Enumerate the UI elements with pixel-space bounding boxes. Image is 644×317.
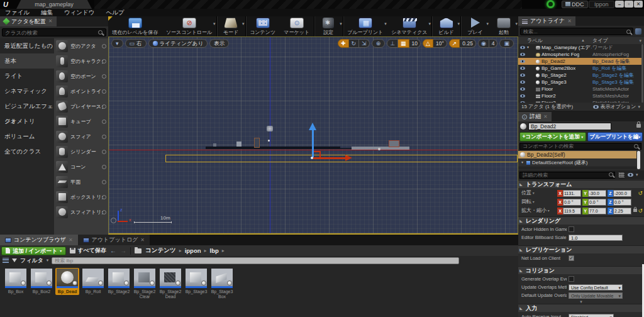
- chevron-down-icon[interactable]: ▾: [213, 21, 216, 26]
- expand-arrow-icon[interactable]: ▾: [521, 159, 523, 166]
- close-icon[interactable]: ✕: [543, 112, 548, 121]
- eye-icon[interactable]: [628, 173, 633, 177]
- actor-hidden-checkbox[interactable]: [569, 226, 574, 232]
- toolbar-button[interactable]: 設定 ▾: [314, 16, 343, 36]
- drag-handle-icon[interactable]: [102, 180, 106, 184]
- drag-handle-icon[interactable]: [102, 195, 106, 199]
- viewport-options-button[interactable]: ▾: [111, 39, 123, 48]
- reset-icon[interactable]: ↺: [638, 189, 643, 197]
- y-value-field[interactable]: 0.0 °: [588, 199, 606, 206]
- reset-icon[interactable]: ↺: [638, 206, 643, 215]
- chevron-down-icon[interactable]: ▾: [340, 21, 342, 26]
- y-value-field[interactable]: -30.0: [588, 190, 606, 197]
- add-component-button[interactable]: +コンポーネントを追加 ▾: [519, 132, 586, 142]
- placeable-actor[interactable]: プレイヤースター: [54, 99, 108, 114]
- section-rendering[interactable]: レンダリング: [518, 216, 644, 225]
- net-load-checkbox[interactable]: ✓: [569, 255, 574, 261]
- scale-snap-toggle[interactable]: ↗: [449, 39, 460, 48]
- view-options-button[interactable]: 表示オプション▾: [593, 103, 640, 111]
- toolbar-button[interactable]: マーケット: [280, 16, 314, 36]
- floor-mesh[interactable]: [206, 147, 340, 149]
- chevron-down-icon[interactable]: ▾: [47, 258, 49, 263]
- drag-handle-icon[interactable]: [102, 210, 106, 214]
- drag-handle-icon[interactable]: [102, 44, 106, 48]
- asset-tile[interactable]: Bp_Stage3: [184, 268, 208, 295]
- placeable-actor[interactable]: 空のキャラクター: [54, 53, 108, 69]
- visibility-eye-icon[interactable]: [520, 94, 525, 97]
- menu-item[interactable]: 編集: [41, 9, 53, 16]
- placeable-actor[interactable]: コーン: [54, 159, 108, 174]
- outliner-row[interactable]: Floor2 StaticMeshActor: [518, 92, 641, 99]
- section-replication[interactable]: レプリケーション: [518, 245, 644, 253]
- placeable-actor[interactable]: 空のポーン: [54, 69, 108, 84]
- toolbar-button[interactable]: コンテンツ: [245, 16, 280, 36]
- section-transform[interactable]: トランスフォーム: [518, 180, 644, 188]
- generate-overlap-checkbox[interactable]: [569, 276, 574, 282]
- toolbar-button[interactable]: シネマティクス ▾: [387, 16, 431, 36]
- filter-funnel-icon[interactable]: [12, 259, 17, 262]
- component-search-input[interactable]: [519, 143, 641, 150]
- x-value-field[interactable]: 119.5: [563, 208, 581, 214]
- visibility-eye-icon[interactable]: [520, 53, 525, 56]
- menu-item[interactable]: ウィンドウ: [64, 9, 95, 16]
- toolbar-button[interactable]: ブループリント ▾: [343, 16, 387, 36]
- component-root-row[interactable]: ▾DefaultSceneRoot (継承): [518, 159, 636, 166]
- tab-output-log[interactable]: アウトプットログ✕: [78, 235, 150, 245]
- asset-tile[interactable]: Bp_Stage2 Clear: [133, 268, 157, 300]
- tab-details[interactable]: i 詳細 ✕: [518, 112, 552, 121]
- actor-category[interactable]: ライト: [0, 69, 54, 84]
- minimize-button[interactable]: –: [615, 1, 624, 8]
- forward-arrow-icon[interactable]: →: [120, 247, 126, 254]
- placeable-actor[interactable]: キューブ: [54, 114, 108, 129]
- placeable-actor[interactable]: スフィアトリガー: [54, 204, 108, 220]
- grid-view-icon[interactable]: [619, 172, 625, 177]
- toolbar-button[interactable]: モード ▾: [216, 16, 245, 36]
- y-value-field[interactable]: 77.0: [588, 208, 606, 214]
- outliner-row[interactable]: Floor StaticMeshActor: [518, 86, 641, 92]
- transform-label[interactable]: 拡大・縮小: [521, 206, 550, 215]
- actor-category[interactable]: 最近配置したもの: [0, 38, 54, 53]
- asset-tile[interactable]: Bp_Stage2: [107, 268, 131, 295]
- asset-tile[interactable]: Bp_Box: [4, 268, 28, 295]
- back-arrow-icon[interactable]: ←: [110, 247, 116, 254]
- scale-lock-icon[interactable]: [633, 209, 637, 212]
- placeable-actor[interactable]: ポイントライト: [54, 84, 108, 99]
- drag-handle-icon[interactable]: [102, 135, 106, 139]
- asset-tile[interactable]: Bp_Dead: [55, 268, 79, 295]
- actor-type[interactable]: ワールド: [592, 44, 613, 51]
- camera-speed-button[interactable]: ◉: [478, 39, 489, 48]
- tab-content-browser[interactable]: コンテンツブラウザ✕: [0, 235, 78, 245]
- toolbar-button[interactable]: ソースコントロール ▾: [162, 16, 216, 36]
- detail-search-input[interactable]: [519, 172, 615, 179]
- actor-type[interactable]: AtmosphericFog: [592, 51, 629, 58]
- actor-type[interactable]: Bp_Roll を編集: [592, 65, 626, 72]
- add-import-button[interactable]: 追加 / インポート▾: [1, 247, 66, 255]
- close-button[interactable]: ✕: [634, 1, 643, 8]
- placeable-actor[interactable]: 空のアクタ: [54, 38, 108, 53]
- asset-tile[interactable]: Bp_Stage3Box: [210, 268, 234, 300]
- drag-handle-icon[interactable]: [102, 89, 106, 94]
- x-value-field[interactable]: 1131.: [563, 190, 581, 197]
- outliner-scrollbar[interactable]: [641, 44, 643, 104]
- scale-tool-button[interactable]: ⇲: [359, 39, 370, 48]
- filter-label[interactable]: フィルタ: [20, 257, 43, 265]
- lock-icon[interactable]: [636, 124, 641, 128]
- menu-item[interactable]: ファイル: [5, 9, 30, 16]
- actor-category[interactable]: 基本: [0, 53, 54, 69]
- close-icon[interactable]: ✕: [69, 235, 73, 245]
- breadcrumb-item[interactable]: lbp: [210, 247, 219, 254]
- fog-sprite-icon[interactable]: [267, 126, 273, 131]
- visibility-eye-icon[interactable]: [520, 60, 525, 63]
- asset-search-input[interactable]: [52, 257, 459, 264]
- placeable-actor[interactable]: スフィア: [54, 129, 108, 144]
- world-local-toggle[interactable]: ⊕: [372, 39, 386, 48]
- component-scrollbar[interactable]: [637, 151, 640, 169]
- grid-snap-value[interactable]: 10: [409, 39, 421, 48]
- ddc-button[interactable]: DDC: [562, 1, 588, 8]
- camera-speed-value[interactable]: 4: [489, 39, 498, 48]
- asset-tile[interactable]: Bp_Box2: [30, 268, 53, 295]
- billboard-scale-field[interactable]: 1.0: [569, 235, 623, 241]
- placeable-actor[interactable]: シリンダー: [54, 144, 108, 159]
- asset-tile[interactable]: Bp_Stage2 Dead: [158, 268, 182, 300]
- visibility-eye-icon[interactable]: [520, 67, 525, 70]
